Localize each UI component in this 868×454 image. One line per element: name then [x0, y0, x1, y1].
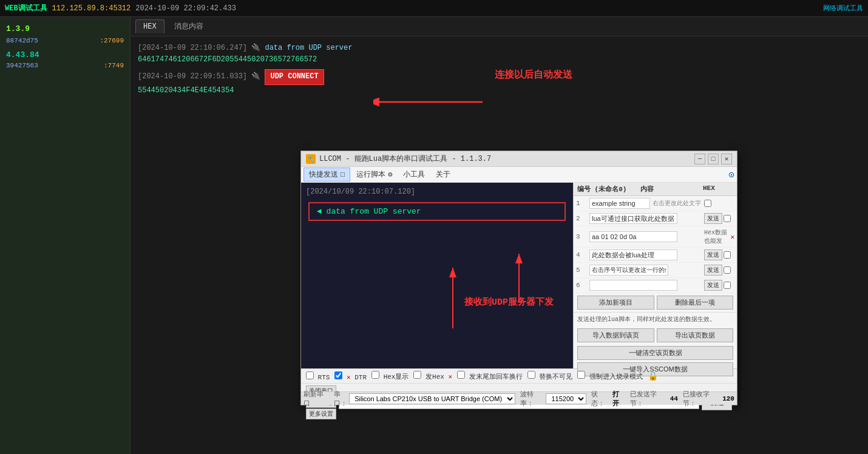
menu-run-script[interactable]: 运行脚本 ⚙	[351, 168, 397, 181]
rts-checkbox-label[interactable]: RTS	[306, 371, 330, 381]
row-input-4[interactable]	[589, 249, 677, 260]
clear-button[interactable]: 一键清空该页数据	[577, 346, 733, 360]
top-bar: WEB调试工具 112.125.89.8:45312 2024-10-09 22…	[0, 0, 868, 17]
send-hex-checkbox[interactable]	[413, 371, 421, 379]
del-item-button[interactable]: 删除最后一项	[657, 296, 734, 310]
row-input-3[interactable]	[589, 231, 677, 242]
menu-tools[interactable]: 小工具	[398, 168, 430, 181]
sidebar-row-2: 4.43.84	[2, 49, 127, 61]
row-input-6[interactable]	[589, 280, 677, 291]
replace-checkbox-label[interactable]: 替换不可见	[527, 371, 573, 381]
llcom-menubar: 快捷发送 □ 运行脚本 ⚙ 小工具 关于 ⊙	[301, 167, 737, 183]
row-send-btn-5[interactable]: 发送	[704, 265, 722, 276]
window-controls: ─ □ ✕	[694, 154, 732, 164]
port-dropdown[interactable]: Silicon Labs CP210x USB to UART Bridge (…	[349, 393, 515, 404]
state-seg: 状态： 打开	[591, 390, 625, 408]
row-num-6: 6	[576, 282, 588, 289]
tools-label: 小工具	[403, 169, 425, 180]
newline-checkbox-label[interactable]: 发末尾加回车换行	[457, 371, 523, 381]
more-settings-button[interactable]: 更多设置	[306, 408, 336, 419]
row-x-3: ✕	[730, 233, 734, 241]
msg-hex-2: 55445020434F4E4E454354	[138, 86, 234, 95]
row-hex-check-1[interactable]	[704, 200, 711, 207]
send-hex-checkbox-label[interactable]: 发Hex ✕	[413, 371, 452, 381]
baud-seg: 波特率： 115200	[520, 390, 586, 408]
add-item-button[interactable]: 添加新项目	[577, 296, 654, 310]
llcom-icon: 🔧	[306, 154, 316, 164]
row-send-btn-2[interactable]: 发送	[704, 213, 722, 224]
app-title: WEB调试工具	[5, 3, 47, 13]
arrow-svg-udp	[495, 248, 543, 308]
server-ip: 112.125.89.8:45312	[52, 4, 131, 13]
dtr-checkbox[interactable]	[334, 371, 342, 379]
quick-send-label: 快捷发送	[309, 169, 338, 180]
row-1: 1 右击更改此处文字	[574, 196, 737, 211]
sent-seg: 已发送字节： 44	[630, 390, 678, 408]
left-sidebar: 1.3.9 88742d75 :27699 4.43.84 39427563 :…	[0, 17, 131, 454]
lock-icon: 🔒	[648, 371, 658, 381]
main-area: HEX 消息内容 [2024-10-09 22:10:06.247] 🔌 dat…	[131, 17, 868, 454]
row-hint-3: Hex数据也能发	[704, 228, 729, 245]
llcom-statusbar: 刷新串口 串口： Silicon Labs CP210x USB to UART…	[301, 391, 737, 405]
state-value: 打开	[612, 390, 625, 408]
recv-seg: 已接收字节： 120	[683, 390, 734, 408]
rts-checkbox[interactable]	[306, 371, 314, 379]
row-2: 2 发送	[574, 211, 737, 226]
row-num-4: 4	[576, 251, 588, 259]
row-hex-check-5[interactable]	[724, 266, 731, 274]
force-burn-checkbox-label[interactable]: 强制进入烧录模式	[577, 371, 643, 381]
row-input-5[interactable]	[589, 265, 668, 276]
top-right-label: 网络调试工具	[823, 4, 863, 13]
arrow-svg-auto-send	[373, 84, 495, 120]
hex-display-checkbox-label[interactable]: Hex显示	[371, 371, 409, 381]
row-num-3: 3	[576, 233, 588, 240]
row-hex-check-2[interactable]	[724, 215, 731, 222]
hex-display-checkbox[interactable]	[371, 371, 379, 379]
row-hex-check-6[interactable]	[724, 282, 731, 289]
row-num-2: 2	[576, 215, 588, 222]
force-burn-checkbox[interactable]	[577, 371, 585, 379]
llcom-title: LLCOM - 能跑Lua脚本的串口调试工具 - 1.1.3.7	[319, 154, 694, 164]
row-input-1[interactable]	[589, 198, 650, 209]
server-time: 2024-10-09 22:09:42.433	[135, 4, 236, 13]
row-send-btn-6[interactable]: 发送	[704, 280, 722, 291]
import-button[interactable]: 导入数据到该页	[577, 328, 654, 342]
close-button[interactable]: ✕	[721, 154, 732, 164]
msg-text-1: data from UDP server	[265, 44, 352, 52]
row-4: 4 发送	[574, 248, 737, 263]
col-header-hex: HEX	[703, 185, 733, 194]
sidebar-num-3: :7749	[104, 62, 124, 69]
msg-hex-1: 6461747461206672F6D205544502073657276657…	[138, 55, 317, 64]
recv-value: 120	[722, 395, 734, 402]
replace-checkbox[interactable]	[527, 371, 535, 379]
row-6: 6 发送	[574, 278, 737, 293]
sidebar-row-3: 39427563 :7749	[2, 61, 127, 70]
sidebar-row-1: 88742d75 :27699	[2, 36, 127, 46]
llcom-titlebar: 🔧 LLCOM - 能跑Lua脚本的串口调试工具 - 1.1.3.7 ─ □ ✕	[301, 151, 737, 167]
minimize-button[interactable]: ─	[694, 154, 705, 164]
export-button[interactable]: 导出该页数据	[657, 328, 734, 342]
import-export-row: 导入数据到该页 导出该页数据	[574, 326, 737, 345]
dtr-checkbox-label[interactable]: ✕ DTR	[334, 371, 367, 381]
sidebar-val-2: 4.43.84	[6, 50, 39, 59]
sent-value: 44	[670, 395, 678, 402]
menu-quick-send[interactable]: 快捷发送 □	[303, 168, 350, 181]
msg-timestamp-1: [2024-10-09 22:10:06.247]	[138, 44, 247, 52]
row-hex-check-4[interactable]	[724, 251, 731, 259]
menu-about[interactable]: 关于	[431, 168, 455, 181]
row-hint-1: 右击更改此处文字	[653, 199, 701, 208]
msg-block-1: [2024-10-09 22:10:06.247] 🔌 data from UD…	[138, 42, 861, 66]
tab-message[interactable]: 消息内容	[167, 19, 211, 34]
sidebar-version: 1.3.9	[2, 22, 127, 36]
row-send-btn-4[interactable]: 发送	[704, 249, 722, 260]
baud-dropdown[interactable]: 115200	[546, 393, 586, 404]
col-header-content: 内容	[640, 185, 704, 194]
refresh-seg: 刷新串口	[303, 390, 329, 408]
annotation-auto-send: 连接以后自动发送	[495, 69, 572, 81]
newline-checkbox[interactable]	[457, 371, 465, 379]
maximize-button[interactable]: □	[708, 154, 719, 164]
row-input-2[interactable]	[589, 213, 677, 224]
gear-icon: ⚙	[388, 170, 392, 179]
sidebar-num-1: :27699	[100, 37, 124, 44]
tab-hex[interactable]: HEX	[135, 19, 164, 33]
